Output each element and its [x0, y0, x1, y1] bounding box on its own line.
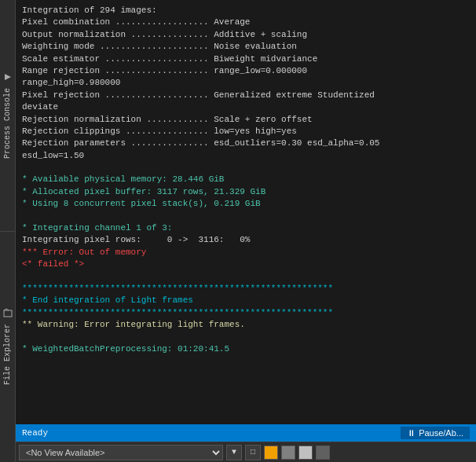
main-area: Process Console File Explorer Integratio… — [0, 0, 476, 462]
terminal-line: * Using 8 concurrent pixel stack(s), 0.2… — [22, 198, 470, 210]
status-left: Ready — [22, 428, 48, 438]
process-console-label: Process Console — [2, 85, 13, 162]
terminal-line: Weighting mode ..................... Noi… — [22, 41, 470, 53]
pause-icon: ⏸ — [407, 428, 416, 438]
terminal-line: deviate — [22, 101, 470, 113]
color-swatch-1[interactable] — [264, 446, 278, 460]
view-select[interactable]: <No View Available> — [19, 445, 223, 460]
svg-rect-1 — [4, 310, 12, 317]
status-bar: Ready ⏸ Pause/Ab... — [16, 424, 476, 442]
terminal-line: * Available physical memory: 28.446 GiB — [22, 174, 470, 185]
file-explorer-label: File Explorer — [2, 321, 13, 388]
terminal-line: Rejection clippings ................ low… — [22, 126, 470, 138]
process-console-section[interactable]: Process Console — [0, 0, 15, 231]
process-console-icon — [2, 71, 14, 83]
terminal-line: Pixel combination .................. Ave… — [22, 16, 470, 28]
bottom-bar: <No View Available> ▼ □ — [16, 442, 476, 462]
terminal-line: Integration of 294 images: — [22, 5, 470, 16]
terminal-line: Scale estimator .................... Biw… — [22, 53, 470, 65]
terminal-line: Rejection normalization ............ Sca… — [22, 114, 470, 126]
terminal-line: <* failed *> — [22, 258, 470, 270]
terminal-line: ****************************************… — [22, 283, 470, 295]
terminal-line — [22, 332, 470, 343]
color-swatch-2[interactable] — [281, 446, 295, 460]
terminal-line: Rejection parameters ............... esd… — [22, 138, 470, 149]
svg-marker-0 — [5, 74, 11, 80]
terminal-line: Pixel rejection .................... Gen… — [22, 90, 470, 101]
terminal-line: esd_low=1.50 — [22, 150, 470, 162]
terminal-line: range_high=0.980000 — [22, 77, 470, 89]
content-area: Integration of 294 images:Pixel combinat… — [16, 0, 476, 462]
terminal-line: *** Error: Out of memory — [22, 247, 470, 258]
left-sidebar: Process Console File Explorer — [0, 0, 16, 462]
terminal-line: ** Warning: Error integrating light fram… — [22, 319, 470, 331]
terminal-line: Integrating pixel rows: 0 -> 3116: 0% — [22, 234, 470, 246]
terminal-line: * Integrating channel 1 of 3: — [22, 222, 470, 234]
terminal-output[interactable]: Integration of 294 images:Pixel combinat… — [16, 0, 476, 424]
file-explorer-icon — [2, 306, 14, 319]
terminal-line: Output normalization ............... Add… — [22, 29, 470, 41]
terminal-line — [22, 162, 470, 174]
terminal-line: * End integration of Light frames — [22, 295, 470, 306]
terminal-line — [22, 211, 470, 222]
file-explorer-section[interactable]: File Explorer — [0, 232, 15, 463]
color-swatch-4[interactable] — [316, 446, 330, 460]
terminal-line: * Allocated pixel buffer: 3117 rows, 21.… — [22, 186, 470, 198]
ready-text: Ready — [22, 428, 48, 438]
pause-label: Pause/Ab... — [419, 428, 463, 438]
terminal-line: Range rejection .................... ran… — [22, 65, 470, 77]
terminal-line: * WeightedBatchPreprocessing: 01:20:41.5 — [22, 343, 470, 355]
pause-button[interactable]: ⏸ Pause/Ab... — [401, 427, 470, 439]
color-swatch-3[interactable] — [298, 446, 313, 460]
square-button[interactable]: □ — [245, 445, 261, 460]
terminal-line: ****************************************… — [22, 307, 470, 319]
dropdown-arrow-button[interactable]: ▼ — [226, 445, 242, 460]
terminal-line — [22, 271, 470, 283]
